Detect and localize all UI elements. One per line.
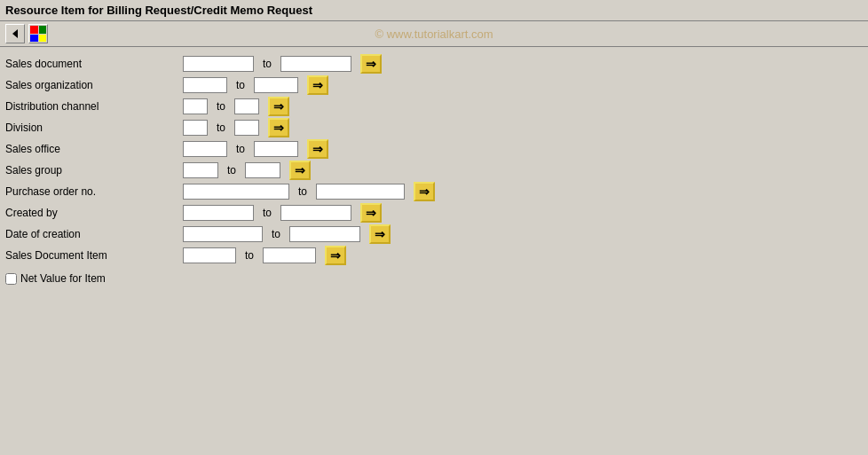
date-of-creation-from[interactable] (183, 226, 263, 242)
label-date-of-creation: Date of creation (5, 228, 183, 240)
label-sales-document-item: Sales Document Item (5, 249, 183, 262)
to-label-sales-group: to (218, 164, 245, 177)
row-sales-document-item: Sales Document Item to (5, 246, 863, 265)
svg-marker-0 (12, 29, 18, 38)
created-by-from[interactable] (183, 205, 254, 221)
arrow-button-sales-organization[interactable] (307, 75, 328, 95)
sales-organization-from[interactable] (183, 77, 227, 93)
row-created-by: Created by to (5, 203, 863, 223)
arrow-button-sales-document-item[interactable] (325, 246, 346, 265)
arrow-button-date-of-creation[interactable] (369, 224, 391, 244)
arrow-button-created-by[interactable] (360, 203, 382, 223)
purchase-order-no-from[interactable] (183, 184, 289, 200)
created-by-to[interactable] (280, 205, 351, 221)
label-sales-group: Sales group (5, 164, 183, 177)
row-purchase-order-no: Purchase order no. to (5, 182, 863, 201)
label-purchase-order-no: Purchase order no. (5, 185, 183, 198)
label-division: Division (5, 122, 183, 134)
to-label-distribution-channel: to (208, 100, 234, 113)
arrow-button-sales-document[interactable] (360, 54, 382, 74)
arrow-button-purchase-order-no[interactable] (414, 182, 435, 201)
purchase-order-no-to[interactable] (316, 184, 405, 200)
sales-document-item-from[interactable] (183, 247, 236, 263)
toolbar: © www.tutorialkart.com (0, 21, 868, 47)
label-sales-document: Sales document (5, 58, 183, 70)
sales-group-from[interactable] (183, 162, 218, 178)
row-date-of-creation: Date of creation to (5, 224, 863, 244)
to-label-sales-document: to (254, 58, 280, 70)
row-net-value: Net Value for Item (5, 269, 863, 288)
grid-icon (30, 26, 46, 42)
net-value-checkbox[interactable] (5, 273, 17, 285)
row-sales-document: Sales document to (5, 54, 863, 74)
division-to[interactable] (234, 120, 259, 136)
to-label-purchase-order-no: to (289, 185, 316, 198)
arrow-button-sales-office[interactable] (307, 139, 328, 159)
row-sales-organization: Sales organization to (5, 75, 863, 95)
sales-office-to[interactable] (254, 141, 298, 157)
sales-document-to[interactable] (280, 56, 351, 72)
label-sales-office: Sales office (5, 143, 183, 155)
watermark: © www.tutorialkart.com (375, 27, 493, 41)
row-sales-office: Sales office to (5, 139, 863, 159)
division-from[interactable] (183, 120, 208, 136)
sales-document-item-to[interactable] (263, 247, 316, 263)
distribution-channel-to[interactable] (234, 98, 259, 114)
arrow-button-distribution-channel[interactable] (268, 97, 289, 116)
net-value-label[interactable]: Net Value for Item (20, 272, 106, 285)
label-distribution-channel: Distribution channel (5, 100, 183, 113)
sales-office-from[interactable] (183, 141, 227, 157)
arrow-button-division[interactable] (268, 118, 289, 137)
back-icon (9, 27, 21, 40)
sales-organization-to[interactable] (254, 77, 298, 93)
to-label-sales-document-item: to (236, 249, 263, 262)
sales-document-from[interactable] (183, 56, 254, 72)
row-division: Division to (5, 118, 863, 137)
form-grid: Sales document to Sales organization to … (5, 54, 863, 288)
page-title: Resource Item for Billing Request/Credit… (5, 4, 312, 17)
to-label-sales-organization: to (227, 79, 254, 91)
to-label-division: to (208, 122, 234, 134)
to-label-created-by: to (254, 207, 280, 219)
to-label-sales-office: to (227, 143, 254, 155)
sales-group-to[interactable] (245, 162, 280, 178)
to-label-date-of-creation: to (263, 228, 289, 240)
grid-icon-button[interactable] (28, 24, 48, 43)
main-content: Sales document to Sales organization to … (0, 47, 868, 294)
back-button[interactable] (5, 24, 25, 43)
label-created-by: Created by (5, 207, 183, 219)
arrow-button-sales-group[interactable] (289, 161, 311, 180)
title-bar: Resource Item for Billing Request/Credit… (0, 0, 868, 21)
date-of-creation-to[interactable] (289, 226, 360, 242)
label-sales-organization: Sales organization (5, 79, 183, 91)
row-sales-group: Sales group to (5, 161, 863, 180)
distribution-channel-from[interactable] (183, 98, 208, 114)
row-distribution-channel: Distribution channel to (5, 97, 863, 116)
